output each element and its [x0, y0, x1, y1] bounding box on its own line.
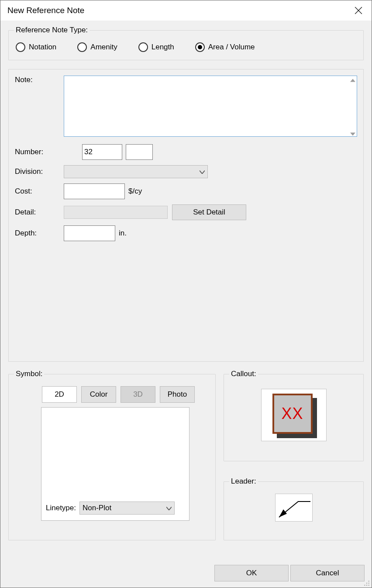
symbol-group: Symbol: 2D Color 3D Photo Linetype: Non-…: [8, 370, 216, 540]
callout-legend: Callout:: [229, 370, 258, 378]
number-input[interactable]: [82, 144, 122, 160]
bottom-panels: Symbol: 2D Color 3D Photo Linetype: Non-…: [8, 370, 364, 549]
number-suffix-input[interactable]: [126, 144, 153, 160]
linetype-combobox[interactable]: Non-Plot: [79, 502, 175, 515]
dialog-window: New Reference Note Reference Note Type: …: [0, 0, 372, 588]
leader-swatch[interactable]: [275, 494, 313, 522]
depth-unit: in.: [119, 229, 127, 238]
close-button[interactable]: [350, 2, 367, 19]
cost-label: Cost:: [15, 187, 64, 196]
chevron-down-icon: [166, 504, 172, 512]
radio-icon: [138, 42, 148, 52]
dialog-footer: OK Cancel: [214, 565, 365, 581]
symbol-preview[interactable]: Linetype: Non-Plot: [41, 407, 189, 521]
radio-icon: [77, 42, 87, 52]
cost-unit: $/cy: [128, 187, 142, 196]
leader-group: Leader:: [224, 477, 364, 540]
set-detail-button[interactable]: Set Detail: [172, 204, 246, 220]
division-combobox[interactable]: [64, 165, 208, 178]
radio-icon: [195, 42, 205, 52]
titlebar: New Reference Note: [0, 0, 372, 21]
dialog-content: Reference Note Type: Notation Amenity Le…: [0, 21, 372, 554]
svg-point-4: [369, 583, 369, 584]
svg-point-6: [366, 585, 367, 586]
svg-point-5: [364, 585, 365, 586]
resize-grip-icon[interactable]: [364, 580, 371, 587]
chevron-down-icon: [200, 167, 205, 176]
svg-point-7: [369, 585, 369, 586]
radio-amenity[interactable]: Amenity: [77, 42, 117, 52]
radio-area-volume[interactable]: Area / Volume: [195, 42, 255, 52]
reference-note-type-legend: Reference Note Type:: [14, 26, 90, 35]
svg-point-3: [366, 583, 367, 584]
radio-length[interactable]: Length: [138, 42, 174, 52]
radio-icon: [16, 42, 25, 52]
svg-point-2: [369, 581, 369, 581]
radio-area-volume-label: Area / Volume: [208, 43, 255, 52]
window-title: New Reference Note: [7, 6, 84, 15]
ok-button[interactable]: OK: [214, 565, 289, 581]
depth-label: Depth:: [15, 229, 64, 238]
linetype-value: Non-Plot: [83, 504, 111, 512]
form-area: Note: Number: Division:: [8, 69, 364, 362]
leader-arrow-icon: [276, 495, 311, 520]
tab-3d: 3D: [121, 386, 155, 403]
symbol-legend: Symbol:: [14, 370, 44, 378]
cancel-button[interactable]: Cancel: [290, 565, 365, 581]
detail-label: Detail:: [15, 208, 64, 217]
radio-notation-label: Notation: [29, 43, 56, 52]
linetype-label: Linetype:: [46, 504, 76, 512]
right-column: Callout: XX Leader:: [224, 370, 364, 549]
radio-amenity-label: Amenity: [90, 43, 117, 52]
callout-swatch[interactable]: XX: [261, 389, 327, 441]
reference-note-type-group: Reference Note Type: Notation Amenity Le…: [8, 26, 364, 60]
callout-box-icon: XX: [272, 394, 313, 434]
radio-length-label: Length: [152, 43, 174, 52]
detail-display: [64, 206, 168, 219]
note-textarea[interactable]: [64, 76, 357, 137]
leader-legend: Leader:: [229, 477, 258, 486]
cost-input[interactable]: [64, 183, 125, 199]
close-icon: [355, 7, 362, 14]
scroll-down-icon[interactable]: [350, 131, 356, 137]
scroll-up-icon[interactable]: [350, 77, 356, 83]
division-label: Division:: [15, 167, 64, 176]
depth-input[interactable]: [64, 225, 115, 241]
radio-notation[interactable]: Notation: [16, 42, 56, 52]
note-label: Note:: [15, 76, 64, 84]
tab-color[interactable]: Color: [81, 386, 116, 403]
tab-2d[interactable]: 2D: [42, 386, 77, 403]
note-wrap: [64, 76, 357, 139]
callout-group: Callout: XX: [224, 370, 364, 461]
reference-note-type-radios: Notation Amenity Length Area / Volume: [15, 40, 357, 54]
number-label: Number:: [15, 148, 64, 156]
tab-photo[interactable]: Photo: [160, 386, 195, 403]
